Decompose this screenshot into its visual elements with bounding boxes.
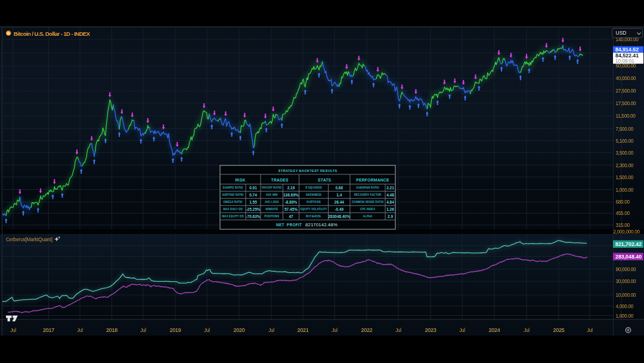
svg-text:1.55: 1.55	[249, 200, 257, 204]
svg-text:4,000.00: 4,000.00	[616, 304, 634, 309]
svg-text:COMMON SENSE RATIO: COMMON SENSE RATIO	[352, 201, 384, 204]
svg-text:Cerberus[MarktQuant]: Cerberus[MarktQuant]	[6, 237, 52, 242]
svg-text:CPC INDEX: CPC INDEX	[360, 208, 376, 211]
svg-text:OMEGA RATIO: OMEGA RATIO	[223, 201, 243, 204]
svg-text:3,500.00: 3,500.00	[616, 150, 634, 156]
svg-text:136.69%: 136.69%	[283, 193, 299, 197]
svg-text:SORTINO RATIO: SORTINO RATIO	[222, 193, 244, 196]
svg-text:2022: 2022	[361, 327, 372, 333]
svg-text:RECOVERY FACTOR: RECOVERY FACTOR	[354, 193, 382, 196]
svg-text:B: B	[7, 31, 10, 35]
svg-text:Jul: Jul	[140, 328, 146, 333]
svg-text:Jul: Jul	[524, 328, 530, 333]
svg-text:RISK: RISK	[235, 178, 245, 182]
svg-text:2023: 2023	[425, 327, 436, 333]
svg-text:Jul: Jul	[459, 328, 465, 333]
svg-text:821,702.42: 821,702.42	[615, 241, 642, 247]
svg-text:26.44: 26.44	[335, 200, 345, 204]
svg-text:Jul: Jul	[204, 328, 210, 333]
svg-text:Jul: Jul	[77, 328, 83, 333]
svg-text:SHARPE RATIO: SHARPE RATIO	[222, 186, 243, 189]
svg-text:STATS: STATS	[318, 178, 332, 182]
svg-text:90,000.00: 90,000.00	[616, 267, 636, 272]
svg-text:60,000.00: 60,000.00	[616, 63, 636, 69]
svg-text:AVG WIN: AVG WIN	[266, 193, 278, 196]
svg-text:2,300.00: 2,300.00	[616, 163, 634, 168]
svg-text:SKEWNESS: SKEWNESS	[306, 193, 321, 196]
svg-text:0.66: 0.66	[335, 186, 343, 190]
svg-text:1,600.00: 1,600.00	[616, 313, 634, 319]
svg-text:NET PROFIT: NET PROFIT	[276, 223, 302, 227]
svg-text:1.4: 1.4	[336, 193, 342, 197]
svg-text:7,500.00: 7,500.00	[616, 127, 634, 132]
svg-text:0.74: 0.74	[249, 193, 257, 197]
svg-text:680.00: 680.00	[616, 199, 630, 205]
svg-text:R SQUARED: R SQUARED	[305, 186, 322, 189]
svg-text:1,500.00: 1,500.00	[616, 175, 634, 180]
svg-text:2019: 2019	[169, 327, 181, 333]
svg-text:AVG LOSS: AVG LOSS	[265, 201, 278, 204]
svg-text:2021: 2021	[297, 327, 308, 333]
svg-text:57.45%: 57.45%	[284, 207, 298, 211]
svg-text:11,500.00: 11,500.00	[616, 113, 636, 119]
svg-text:2018: 2018	[106, 327, 117, 333]
svg-text:2.9: 2.9	[388, 214, 393, 219]
svg-text:283,048.40: 283,048.40	[615, 254, 642, 260]
svg-text:315.00: 315.00	[616, 223, 630, 228]
svg-text:2017: 2017	[43, 327, 54, 333]
svg-text:-0.49: -0.49	[335, 207, 343, 211]
svg-text:1,000.00: 1,000.00	[616, 187, 634, 193]
svg-text:Jul: Jul	[10, 328, 16, 333]
svg-text:-8.89%: -8.89%	[285, 200, 298, 204]
svg-text:Jul: Jul	[395, 328, 401, 333]
svg-text:2,000,000.00: 2,000,000.00	[614, 229, 640, 235]
svg-text:0.91: 0.91	[249, 186, 257, 190]
svg-text:Bitcoin / U.S. Dollar - 1D - I: Bitcoin / U.S. Dollar - 1D - INDEX	[14, 30, 91, 37]
svg-text:PAYOFF RATIO: PAYOFF RATIO	[262, 186, 282, 189]
svg-text:TRADES: TRADES	[271, 178, 289, 182]
svg-text:84,522.41: 84,522.41	[615, 53, 639, 59]
svg-text:2.21: 2.21	[386, 186, 394, 190]
svg-text:30,000.00: 30,000.00	[616, 279, 636, 284]
svg-text:PERFORMANCE: PERFORMANCE	[356, 178, 389, 182]
svg-text:ALPHA: ALPHA	[363, 215, 373, 218]
svg-text:4.48: 4.48	[386, 193, 394, 197]
svg-text:47: 47	[289, 214, 293, 219]
svg-text:MAX DAILY DD: MAX DAILY DD	[223, 208, 243, 211]
svg-text:5,100.00: 5,100.00	[616, 139, 634, 144]
svg-text:283048.40%: 283048.40%	[328, 214, 350, 219]
svg-text:BUY&HODL: BUY&HODL	[306, 215, 321, 218]
svg-text:10,000.00: 10,000.00	[616, 293, 636, 298]
svg-text:2024: 2024	[488, 327, 500, 333]
svg-text:USD: USD	[616, 30, 627, 36]
svg-text:Jul: Jul	[587, 328, 593, 333]
svg-text:EQUITY VOLATILITY: EQUITY VOLATILITY	[301, 208, 327, 211]
svg-text:82170142.48%: 82170142.48%	[305, 222, 338, 227]
svg-text:40,000.00: 40,000.00	[616, 76, 636, 81]
svg-text:-25.25%: -25.25%	[246, 207, 260, 211]
svg-text:POSITIONS: POSITIONS	[264, 215, 279, 218]
svg-text:17,500.00: 17,500.00	[616, 101, 636, 106]
svg-text:84,914.52: 84,914.52	[615, 47, 639, 53]
svg-text:STRATEGY BACKTEST RESULTS: STRATEGY BACKTEST RESULTS	[278, 169, 338, 173]
svg-text:1.26: 1.26	[386, 207, 394, 211]
svg-text:KURTOSIS: KURTOSIS	[306, 201, 321, 204]
svg-text:-70.63%: -70.63%	[246, 214, 260, 219]
svg-text:Jul: Jul	[268, 328, 274, 333]
svg-text:455.00: 455.00	[616, 211, 630, 216]
svg-text:Jul: Jul	[332, 328, 338, 333]
svg-text:2.19: 2.19	[287, 186, 295, 190]
svg-text:2025: 2025	[553, 327, 564, 333]
svg-text:GAIN/PAIN RATIO: GAIN/PAIN RATIO	[356, 186, 379, 189]
svg-text:2020: 2020	[233, 327, 244, 333]
svg-text:WINRATE: WINRATE	[265, 208, 278, 211]
svg-text:27,500.00: 27,500.00	[616, 88, 636, 94]
svg-text:10:09:01: 10:09:01	[615, 59, 634, 64]
svg-text:MAX EQUITY DD: MAX EQUITY DD	[222, 215, 244, 218]
svg-text:4.84: 4.84	[386, 200, 394, 204]
